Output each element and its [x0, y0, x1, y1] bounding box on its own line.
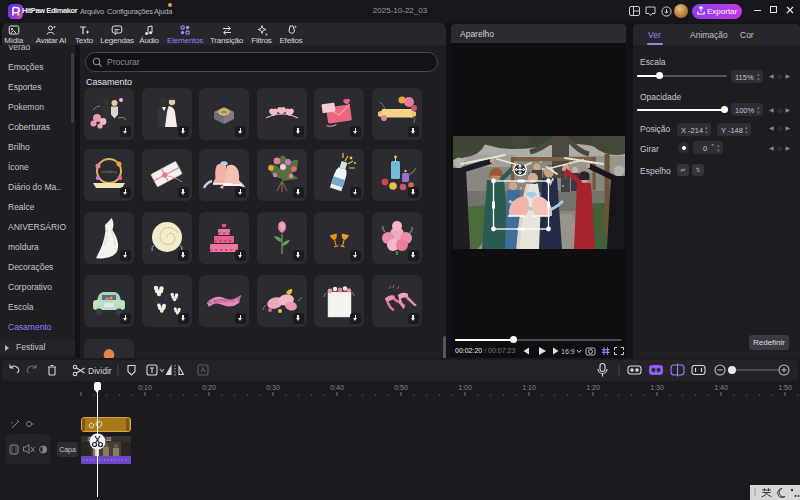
svg-text:0:50: 0:50	[394, 384, 408, 391]
svg-text:16:9: 16:9	[561, 348, 575, 355]
svg-text:0:20: 0:20	[202, 384, 216, 391]
svg-text:1:20: 1:20	[586, 384, 600, 391]
svg-text:wedding: wedding	[102, 169, 117, 174]
svg-text:0:40: 0:40	[330, 384, 344, 391]
svg-text:1:00: 1:00	[458, 384, 472, 391]
svg-text:1:40: 1:40	[714, 384, 728, 391]
svg-text:Dividir: Dividir	[88, 366, 112, 376]
svg-text:0:30: 0:30	[266, 384, 280, 391]
svg-text:1:10: 1:10	[522, 384, 536, 391]
svg-text:0:10: 0:10	[138, 384, 152, 391]
svg-text:1:50: 1:50	[778, 384, 792, 391]
svg-text:1:30: 1:30	[650, 384, 664, 391]
